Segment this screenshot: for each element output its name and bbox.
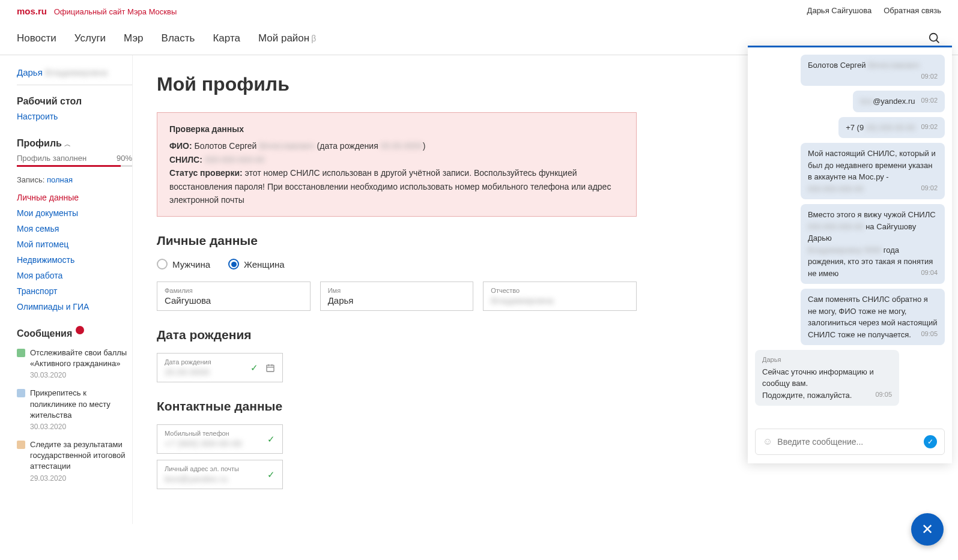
search-icon[interactable] — [928, 32, 941, 45]
calendar-icon[interactable] — [265, 363, 275, 373]
news-icon — [17, 349, 25, 357]
personal-heading: Личные данные — [157, 233, 637, 248]
chat-message-sent: Вместо этого я вижу чужой СНИЛС 000-000-… — [755, 204, 945, 284]
emoji-icon[interactable]: ☺ — [763, 436, 772, 447]
check-icon: ✓ — [250, 363, 258, 373]
alert-snils: СНИЛС: 000-000-000-00 — [169, 153, 624, 166]
chat-message-sent: Сам поменять СНИЛС обратно я не могу, ФИ… — [755, 289, 945, 345]
email-field[interactable]: Личный адрес эл. почты box@yandex.ru ✓ — [157, 460, 283, 489]
profile-progress: Профиль заполнен 90% — [17, 154, 132, 163]
sidebar: Дарья Владимировна Рабочий стол Настроит… — [0, 55, 132, 524]
news-item[interactable]: Отслеживайте свои баллы «Активного гражд… — [17, 348, 132, 379]
sidebar-olympiads[interactable]: Олимпиады и ГИА — [17, 302, 132, 312]
nav-services[interactable]: Услуги — [74, 32, 106, 44]
sidebar-documents[interactable]: Мои документы — [17, 208, 132, 218]
dob-field[interactable]: Дата рождения 20.00.0000 ✓ — [157, 353, 283, 382]
nav-news[interactable]: Новости — [17, 32, 56, 44]
patronymic-field[interactable]: Отчество Владимировна — [483, 282, 637, 311]
chat-message-sent: Мой настоящий СНИЛС, который и был до не… — [755, 143, 945, 199]
verification-alert: Проверка данных ФИО: Болотов Сергей Вяче… — [157, 112, 637, 217]
sidebar-transport[interactable]: Транспорт — [17, 286, 132, 296]
surname-field[interactable]: Фамилия Сайгушова — [157, 282, 311, 311]
chat-input[interactable] — [777, 437, 919, 447]
gender-radio-group: Мужчина Женщина — [157, 259, 637, 269]
record-row: Запись: полная — [17, 175, 132, 184]
alert-title: Проверка данных — [169, 122, 624, 136]
chat-input-row: ☺ ✓ — [755, 429, 945, 455]
sidebar-configure[interactable]: Настроить — [17, 112, 132, 121]
alert-fio: ФИО: Болотов Сергей Вячеславович (дата р… — [169, 139, 624, 152]
svg-rect-3 — [17, 389, 25, 397]
chat-panel: Болотов Сергей Вячеславович09:02box@yand… — [748, 46, 952, 463]
contacts-heading: Контактные данные — [157, 399, 637, 414]
svg-line-1 — [936, 40, 939, 43]
sidebar-pet[interactable]: Мой питомец — [17, 239, 132, 249]
news-item[interactable]: Следите за результатами государственной … — [17, 439, 132, 483]
svg-rect-2 — [17, 349, 25, 357]
logo-subtitle: Официальный сайт Мэра Москвы — [54, 7, 177, 16]
check-icon: ✓ — [267, 469, 275, 480]
name-field[interactable]: Имя Дарья — [320, 282, 474, 311]
logo-block: mos.ru Официальный сайт Мэра Москвы — [17, 6, 177, 16]
svg-rect-5 — [267, 365, 274, 372]
news-item[interactable]: Прикрепитесь к поликлинике по месту жите… — [17, 388, 132, 431]
sidebar-desktop: Рабочий стол — [17, 96, 132, 107]
chat-message-sent: box@yandex.ru09:02 — [755, 91, 945, 112]
nav-authority[interactable]: Власть — [162, 32, 195, 44]
svg-rect-4 — [17, 441, 25, 449]
chat-message-agent: ДарьяСейчас уточню информацию и сообщу в… — [755, 350, 945, 406]
header-user[interactable]: Дарья Сайгушова — [807, 6, 872, 16]
alert-status: Статус проверки: этот номер СНИЛС исполь… — [169, 166, 624, 206]
sidebar-family[interactable]: Моя семья — [17, 224, 132, 233]
svg-point-0 — [930, 34, 938, 41]
sidebar-realestate[interactable]: Недвижимость — [17, 255, 132, 265]
logo[interactable]: mos.ru — [17, 6, 47, 16]
radio-female[interactable]: Женщина — [228, 259, 285, 269]
sidebar-profile-heading[interactable]: Профиль︿ — [17, 138, 132, 149]
sidebar-personal-data[interactable]: Личные данные — [17, 193, 132, 202]
check-icon: ✓ — [267, 434, 275, 445]
main-content: Мой профиль Проверка данных ФИО: Болотов… — [132, 55, 661, 524]
send-button[interactable]: ✓ — [924, 435, 937, 448]
nav-map[interactable]: Карта — [213, 32, 240, 44]
news-icon — [17, 389, 25, 397]
dob-heading: Дата рождения — [157, 328, 637, 342]
chat-message-sent: +7 (9 00) 000-00-0009:02 — [755, 117, 945, 139]
sidebar-work[interactable]: Моя работа — [17, 271, 132, 280]
unread-badge-icon — [76, 326, 84, 334]
page-title: Мой профиль — [157, 73, 637, 95]
sidebar-user[interactable]: Дарья Владимировна — [17, 67, 132, 85]
chat-body[interactable]: Болотов Сергей Вячеславович09:02box@yand… — [748, 47, 952, 423]
progress-bar — [17, 165, 132, 167]
header-top: mos.ru Официальный сайт Мэра Москвы Дарь… — [0, 0, 958, 22]
chat-message-sent: Болотов Сергей Вячеславович09:02 — [755, 55, 945, 86]
phone-field[interactable]: Мобильный телефон +7 (900) 000-00-00 ✓ — [157, 424, 283, 454]
header-right: Дарья Сайгушова Обратная связь — [807, 6, 941, 16]
header-feedback[interactable]: Обратная связь — [884, 6, 941, 16]
radio-male[interactable]: Мужчина — [157, 259, 210, 269]
nav-mayor[interactable]: Мэр — [124, 32, 143, 44]
sidebar-messages-heading: Сообщения — [17, 328, 132, 339]
nav-district[interactable]: Мой районβ — [258, 32, 316, 44]
news-icon — [17, 441, 25, 449]
